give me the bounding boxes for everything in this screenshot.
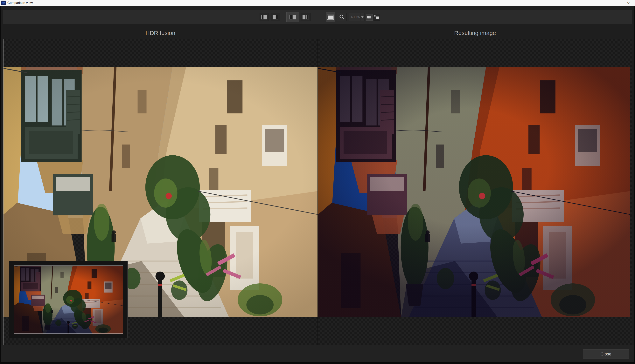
show-left-image-icon xyxy=(261,15,267,20)
magnifier-icon xyxy=(339,14,345,20)
navigator-thumbnail-icon xyxy=(327,14,334,20)
window-title: Comparison view xyxy=(8,1,33,5)
zoom-level-value: 400% xyxy=(349,15,360,19)
show-left-image-button[interactable] xyxy=(259,13,268,21)
toolbar: 400% xyxy=(3,10,632,24)
close-icon[interactable]: × xyxy=(624,0,632,6)
zoom-dropdown-arrow-icon[interactable] xyxy=(361,16,364,18)
comparison-area xyxy=(3,39,632,345)
titlebar: HDR Comparison view × xyxy=(0,0,635,6)
actual-size-button[interactable] xyxy=(374,14,380,20)
footer-bar: Close xyxy=(0,345,635,364)
zoom-tool-button[interactable] xyxy=(337,13,347,21)
navigator-thumbnail[interactable] xyxy=(9,261,128,338)
street-scene-processed xyxy=(318,67,630,317)
fit-to-window-button[interactable] xyxy=(366,14,373,20)
app-icon: HDR xyxy=(1,0,6,5)
show-right-image-button[interactable] xyxy=(271,13,280,21)
right-panel-title: Resulting image xyxy=(318,29,632,37)
side-by-side-button[interactable] xyxy=(286,12,299,22)
panel-divider xyxy=(317,39,318,345)
fit-to-window-icon xyxy=(367,15,372,19)
right-image-result[interactable] xyxy=(318,67,630,317)
side-by-side-icon xyxy=(289,15,296,20)
window-edge-bottom xyxy=(0,362,635,364)
zoom-level-select[interactable]: 400% xyxy=(349,13,365,21)
left-panel-title: HDR fusion xyxy=(3,29,317,37)
show-right-image-icon xyxy=(272,15,278,20)
split-view-icon xyxy=(302,15,309,20)
split-view-button[interactable] xyxy=(300,13,311,21)
window-edge-left xyxy=(0,6,1,364)
navigator-thumbnail-image[interactable] xyxy=(14,266,123,334)
actual-size-icon xyxy=(374,15,379,20)
close-button[interactable]: Close xyxy=(583,350,629,359)
navigator-toggle-button[interactable] xyxy=(326,12,335,22)
